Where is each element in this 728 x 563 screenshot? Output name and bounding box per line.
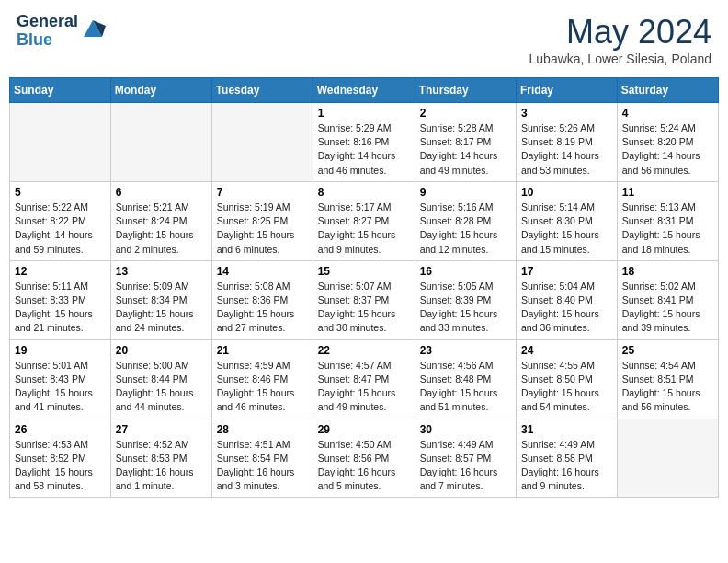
calendar-cell	[110, 103, 211, 182]
day-number: 15	[318, 265, 410, 278]
day-number: 18	[622, 265, 713, 278]
calendar-table: SundayMondayTuesdayWednesdayThursdayFrid…	[9, 77, 719, 498]
day-number: 8	[318, 186, 410, 199]
calendar-cell: 27Sunrise: 4:52 AM Sunset: 8:53 PM Dayli…	[110, 419, 211, 498]
day-info: Sunrise: 4:50 AM Sunset: 8:56 PM Dayligh…	[318, 438, 410, 494]
page: General Blue May 2024 Lubawka, Lower Sil…	[0, 0, 728, 507]
calendar-cell: 3Sunrise: 5:26 AM Sunset: 8:19 PM Daylig…	[517, 103, 618, 182]
day-number: 11	[622, 186, 713, 199]
day-info: Sunrise: 4:52 AM Sunset: 8:53 PM Dayligh…	[116, 438, 207, 494]
day-info: Sunrise: 4:56 AM Sunset: 8:48 PM Dayligh…	[420, 359, 511, 415]
day-info: Sunrise: 4:53 AM Sunset: 8:52 PM Dayligh…	[15, 438, 106, 494]
calendar-cell: 19Sunrise: 5:01 AM Sunset: 8:43 PM Dayli…	[10, 339, 111, 419]
day-info: Sunrise: 5:09 AM Sunset: 8:34 PM Dayligh…	[116, 280, 207, 336]
day-info: Sunrise: 5:22 AM Sunset: 8:22 PM Dayligh…	[15, 201, 106, 257]
logo-text: General Blue	[17, 13, 78, 50]
day-number: 22	[318, 344, 410, 357]
day-info: Sunrise: 5:08 AM Sunset: 8:36 PM Dayligh…	[217, 280, 308, 336]
day-number: 19	[15, 344, 106, 357]
calendar-cell: 24Sunrise: 4:55 AM Sunset: 8:50 PM Dayli…	[517, 339, 618, 419]
day-info: Sunrise: 4:55 AM Sunset: 8:50 PM Dayligh…	[521, 359, 612, 415]
day-number: 10	[521, 186, 612, 199]
calendar-cell: 26Sunrise: 4:53 AM Sunset: 8:52 PM Dayli…	[10, 419, 111, 498]
calendar-cell: 2Sunrise: 5:28 AM Sunset: 8:17 PM Daylig…	[415, 103, 516, 182]
calendar-cell: 20Sunrise: 5:00 AM Sunset: 8:44 PM Dayli…	[110, 339, 211, 419]
calendar-cell: 14Sunrise: 5:08 AM Sunset: 8:36 PM Dayli…	[211, 260, 313, 339]
day-number: 2	[420, 107, 511, 120]
calendar-cell: 16Sunrise: 5:05 AM Sunset: 8:39 PM Dayli…	[415, 260, 516, 339]
calendar-cell: 23Sunrise: 4:56 AM Sunset: 8:48 PM Dayli…	[415, 339, 516, 419]
day-number: 17	[521, 265, 612, 278]
day-number: 28	[217, 423, 308, 436]
weekday-header: Wednesday	[313, 78, 415, 103]
logo-icon	[80, 17, 106, 42]
month-title: May 2024	[529, 13, 711, 52]
day-info: Sunrise: 4:57 AM Sunset: 8:47 PM Dayligh…	[318, 359, 410, 415]
calendar-cell: 13Sunrise: 5:09 AM Sunset: 8:34 PM Dayli…	[110, 260, 211, 339]
calendar-cell: 15Sunrise: 5:07 AM Sunset: 8:37 PM Dayli…	[313, 260, 415, 339]
day-number: 27	[116, 423, 207, 436]
day-number: 7	[217, 186, 308, 199]
calendar-cell: 1Sunrise: 5:29 AM Sunset: 8:16 PM Daylig…	[313, 103, 415, 182]
weekday-header: Thursday	[415, 78, 516, 103]
day-info: Sunrise: 5:05 AM Sunset: 8:39 PM Dayligh…	[420, 280, 511, 336]
day-number: 1	[318, 107, 410, 120]
weekday-header-row: SundayMondayTuesdayWednesdayThursdayFrid…	[10, 78, 719, 103]
calendar-cell: 10Sunrise: 5:14 AM Sunset: 8:30 PM Dayli…	[517, 181, 618, 260]
day-number: 21	[217, 344, 308, 357]
day-info: Sunrise: 5:16 AM Sunset: 8:28 PM Dayligh…	[420, 201, 511, 257]
calendar-cell: 5Sunrise: 5:22 AM Sunset: 8:22 PM Daylig…	[10, 181, 111, 260]
day-number: 16	[420, 265, 511, 278]
day-info: Sunrise: 5:14 AM Sunset: 8:30 PM Dayligh…	[521, 201, 612, 257]
day-info: Sunrise: 5:01 AM Sunset: 8:43 PM Dayligh…	[15, 359, 106, 415]
day-number: 4	[622, 107, 713, 120]
calendar-cell: 30Sunrise: 4:49 AM Sunset: 8:57 PM Dayli…	[415, 419, 516, 498]
day-info: Sunrise: 5:24 AM Sunset: 8:20 PM Dayligh…	[622, 121, 713, 178]
day-number: 25	[622, 344, 713, 357]
day-info: Sunrise: 4:54 AM Sunset: 8:51 PM Dayligh…	[622, 359, 713, 415]
day-info: Sunrise: 5:07 AM Sunset: 8:37 PM Dayligh…	[318, 280, 410, 336]
calendar-week-row: 1Sunrise: 5:29 AM Sunset: 8:16 PM Daylig…	[10, 103, 719, 182]
weekday-header: Monday	[110, 78, 211, 103]
day-info: Sunrise: 5:04 AM Sunset: 8:40 PM Dayligh…	[521, 280, 612, 336]
calendar-cell: 4Sunrise: 5:24 AM Sunset: 8:20 PM Daylig…	[617, 103, 718, 182]
calendar-cell: 7Sunrise: 5:19 AM Sunset: 8:25 PM Daylig…	[211, 181, 313, 260]
calendar-cell: 8Sunrise: 5:17 AM Sunset: 8:27 PM Daylig…	[313, 181, 415, 260]
calendar-cell: 29Sunrise: 4:50 AM Sunset: 8:56 PM Dayli…	[313, 419, 415, 498]
day-number: 9	[420, 186, 511, 199]
day-info: Sunrise: 5:26 AM Sunset: 8:19 PM Dayligh…	[521, 121, 612, 178]
calendar-cell: 11Sunrise: 5:13 AM Sunset: 8:31 PM Dayli…	[617, 181, 718, 260]
day-number: 23	[420, 344, 511, 357]
day-number: 24	[521, 344, 612, 357]
day-info: Sunrise: 5:00 AM Sunset: 8:44 PM Dayligh…	[116, 359, 207, 415]
day-info: Sunrise: 4:59 AM Sunset: 8:46 PM Dayligh…	[217, 359, 308, 415]
day-number: 26	[15, 423, 106, 436]
day-info: Sunrise: 4:49 AM Sunset: 8:57 PM Dayligh…	[420, 438, 511, 494]
calendar-cell: 25Sunrise: 4:54 AM Sunset: 8:51 PM Dayli…	[617, 339, 718, 419]
day-number: 30	[420, 423, 511, 436]
logo-general: General	[17, 13, 78, 31]
day-info: Sunrise: 5:21 AM Sunset: 8:24 PM Dayligh…	[116, 201, 207, 257]
calendar-week-row: 12Sunrise: 5:11 AM Sunset: 8:33 PM Dayli…	[10, 260, 719, 339]
header: General Blue May 2024 Lubawka, Lower Sil…	[9, 9, 719, 70]
calendar-cell	[617, 419, 718, 498]
day-info: Sunrise: 4:51 AM Sunset: 8:54 PM Dayligh…	[217, 438, 308, 494]
weekday-header: Friday	[517, 78, 618, 103]
calendar-cell: 18Sunrise: 5:02 AM Sunset: 8:41 PM Dayli…	[617, 260, 718, 339]
calendar-cell: 12Sunrise: 5:11 AM Sunset: 8:33 PM Dayli…	[10, 260, 111, 339]
day-info: Sunrise: 5:13 AM Sunset: 8:31 PM Dayligh…	[622, 201, 713, 257]
calendar-cell: 22Sunrise: 4:57 AM Sunset: 8:47 PM Dayli…	[313, 339, 415, 419]
day-number: 20	[116, 344, 207, 357]
calendar-cell: 17Sunrise: 5:04 AM Sunset: 8:40 PM Dayli…	[517, 260, 618, 339]
calendar-cell: 28Sunrise: 4:51 AM Sunset: 8:54 PM Dayli…	[211, 419, 313, 498]
day-info: Sunrise: 5:17 AM Sunset: 8:27 PM Dayligh…	[318, 201, 410, 257]
calendar-cell	[10, 103, 111, 182]
day-info: Sunrise: 4:49 AM Sunset: 8:58 PM Dayligh…	[521, 438, 612, 494]
location: Lubawka, Lower Silesia, Poland	[529, 52, 711, 66]
calendar-cell: 9Sunrise: 5:16 AM Sunset: 8:28 PM Daylig…	[415, 181, 516, 260]
calendar-cell: 6Sunrise: 5:21 AM Sunset: 8:24 PM Daylig…	[110, 181, 211, 260]
day-info: Sunrise: 5:19 AM Sunset: 8:25 PM Dayligh…	[217, 201, 308, 257]
logo: General Blue	[17, 13, 106, 50]
day-number: 31	[521, 423, 612, 436]
weekday-header: Tuesday	[211, 78, 313, 103]
